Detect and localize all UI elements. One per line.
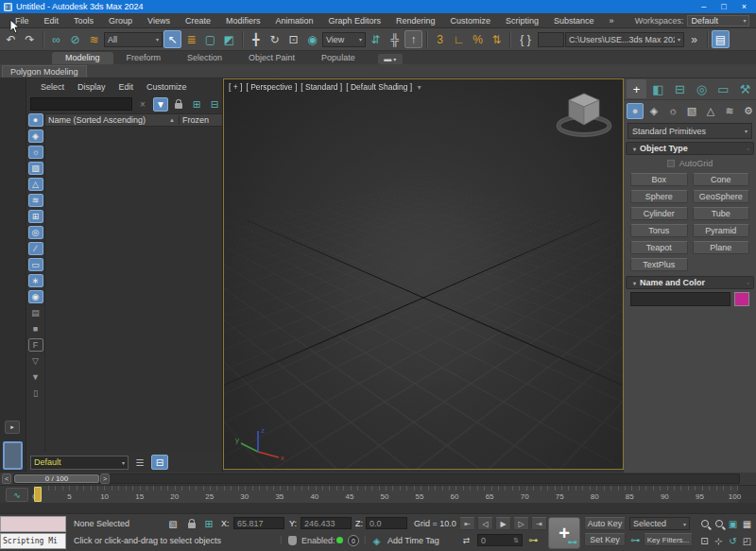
snap-toggle-3d-icon[interactable]: 3: [431, 30, 449, 48]
maxscript-mini-listener[interactable]: Scripting Mi: [0, 533, 66, 549]
spacewarps-category-icon[interactable]: ≋: [721, 103, 738, 119]
notifications-badge[interactable]: 0: [348, 535, 359, 546]
key-filters-icon[interactable]: ⊶: [629, 534, 642, 546]
menu-tools[interactable]: Tools: [66, 13, 101, 27]
cameras-category-icon[interactable]: ▧: [683, 103, 700, 119]
name-and-color-rollout[interactable]: ▾ Name and Color ▫: [626, 276, 754, 289]
ribbon-config-icon[interactable]: ▬▾: [378, 54, 403, 64]
table-header[interactable]: Name (Sorted Ascending) ▲ Frozen: [45, 113, 222, 127]
pyramid-button[interactable]: Pyramid: [693, 224, 750, 237]
zoom-icon[interactable]: [697, 516, 712, 531]
helpers-category-icon[interactable]: △: [702, 103, 719, 119]
selection-set-dropdown[interactable]: Selected ▾: [629, 517, 690, 530]
use-center-icon[interactable]: ⇵: [367, 30, 385, 48]
autosave-status-icon[interactable]: ▤: [712, 30, 730, 48]
orbit-icon[interactable]: ↺: [726, 533, 740, 548]
next-frame-icon[interactable]: ▷: [513, 517, 529, 530]
previous-frame-button[interactable]: <: [2, 474, 11, 484]
key-icon[interactable]: ⊶: [526, 534, 541, 546]
display-materials-icon[interactable]: ∗: [28, 274, 43, 287]
display-frozen-f-icon[interactable]: F: [28, 338, 43, 352]
ribbon-tab-populate[interactable]: Populate: [308, 52, 369, 64]
select-and-move-icon[interactable]: ╋: [247, 30, 265, 48]
maxscript-listener-output[interactable]: [0, 516, 66, 532]
next-frame-button[interactable]: >: [100, 474, 110, 484]
active-layer-dropdown[interactable]: Default ▾: [30, 456, 129, 470]
zoom-extents-icon[interactable]: ▣: [726, 516, 740, 531]
menu-substance[interactable]: Substance: [546, 13, 602, 27]
clear-search-icon[interactable]: ×: [135, 97, 150, 112]
bind-to-spacewarp-icon[interactable]: ≋: [85, 30, 103, 48]
systems-category-icon[interactable]: ⚙: [740, 103, 756, 119]
key-mode-toggle-icon[interactable]: ⇄: [459, 534, 473, 546]
hierarchy-mode-icon[interactable]: ⊟: [151, 455, 168, 470]
spinner-icon[interactable]: ⇅: [513, 537, 519, 544]
named-selection-sets-icon[interactable]: { }: [514, 30, 537, 48]
scene-explorer-list[interactable]: [45, 128, 222, 452]
reference-coordinate-dropdown[interactable]: View ▾: [322, 32, 366, 47]
rectangular-selection-region-icon[interactable]: ▢: [201, 30, 219, 48]
viewport-standard-menu[interactable]: [ Standard ]: [301, 82, 342, 92]
viewport-shading-menu[interactable]: [ Default Shading ]: [346, 82, 412, 92]
window-crossing-icon[interactable]: ◩: [220, 30, 238, 48]
filter-combinations-icon[interactable]: ▽: [28, 354, 43, 368]
zoom-extents-all-icon[interactable]: ▦: [740, 516, 754, 531]
x-coordinate-field[interactable]: 65.817: [233, 517, 284, 529]
percent-snap-icon[interactable]: %: [469, 30, 487, 48]
create-tab-icon[interactable]: +: [627, 79, 646, 98]
display-shapes-icon[interactable]: ◈: [28, 129, 43, 143]
layer-list-mode-icon[interactable]: ☰: [132, 456, 147, 470]
viewport-filter-icon[interactable]: ▼: [416, 84, 422, 91]
select-and-manipulate-icon[interactable]: ╬: [386, 30, 404, 48]
menu-create[interactable]: Create: [178, 13, 218, 27]
auto-key-button[interactable]: Auto Key: [584, 517, 626, 530]
geometry-category-icon[interactable]: ●: [627, 103, 644, 119]
lock-icon[interactable]: [171, 97, 186, 112]
select-and-link-icon[interactable]: ∞: [47, 30, 65, 48]
shapes-category-icon[interactable]: ◈: [645, 103, 662, 119]
display-hidden-icon[interactable]: ◉: [28, 290, 43, 303]
display-helpers-icon[interactable]: △: [28, 178, 43, 191]
torus-button[interactable]: Torus: [630, 224, 688, 237]
go-to-start-icon[interactable]: ⇤: [459, 517, 475, 530]
add-time-tag[interactable]: Add Time Tag: [387, 536, 439, 545]
isolate-selection-icon[interactable]: ▧: [166, 518, 180, 530]
sx-menu-edit[interactable]: Edit: [112, 82, 141, 92]
select-and-place-icon[interactable]: ◉: [303, 30, 321, 48]
menu-graph-editors[interactable]: Graph Editors: [320, 13, 388, 27]
polygon-modeling-tab[interactable]: Polygon Modeling: [2, 65, 87, 77]
sx-menu-select[interactable]: Select: [34, 82, 71, 92]
key-filters-button[interactable]: Key Filters...: [644, 533, 693, 546]
select-and-rotate-icon[interactable]: ↻: [266, 30, 284, 48]
menu-scripting[interactable]: Scripting: [498, 13, 546, 27]
cone-button[interactable]: Cone: [693, 173, 750, 186]
display-lights-icon[interactable]: ☼: [28, 146, 43, 159]
project-folder-dropdown[interactable]: C:\Users\USE...3ds Max 2024 ▾: [565, 32, 684, 47]
display-spacewarps-icon[interactable]: ≋: [28, 194, 43, 207]
menu-overflow-icon[interactable]: »: [602, 13, 622, 27]
display-xrefs-icon[interactable]: ◎: [28, 226, 43, 239]
sx-menu-customize[interactable]: Customize: [140, 82, 194, 92]
display-groups-icon[interactable]: ⊞: [28, 210, 43, 223]
motion-tab-icon[interactable]: ◎: [692, 79, 712, 98]
modify-tab-icon[interactable]: ◧: [648, 79, 668, 98]
angle-snap-icon[interactable]: ∟: [450, 30, 468, 48]
display-tab-icon[interactable]: ▭: [713, 79, 733, 98]
lights-category-icon[interactable]: ☼: [664, 103, 681, 119]
z-coordinate-field[interactable]: 0.0: [366, 517, 407, 529]
custom-filter-icon[interactable]: ▼: [28, 370, 43, 384]
utilities-tab-icon[interactable]: ⚒: [735, 79, 755, 98]
menu-rendering[interactable]: Rendering: [388, 13, 443, 27]
select-by-name-icon[interactable]: ≣: [182, 30, 200, 48]
selection-lock-icon[interactable]: [185, 517, 198, 530]
sphere-button[interactable]: Sphere: [630, 190, 688, 203]
hierarchy-tab-icon[interactable]: ⊟: [670, 79, 690, 98]
teapot-button[interactable]: Teapot: [630, 241, 688, 254]
menu-animation[interactable]: Animation: [267, 13, 320, 27]
close-button[interactable]: ×: [742, 2, 747, 11]
menu-modifiers[interactable]: Modifiers: [218, 13, 268, 27]
display-bones-icon[interactable]: ∕: [28, 242, 43, 255]
toolbar-overflow-icon[interactable]: »: [685, 30, 703, 48]
unlink-selection-icon[interactable]: ⊘: [66, 30, 84, 48]
maximize-button[interactable]: □: [721, 2, 726, 11]
